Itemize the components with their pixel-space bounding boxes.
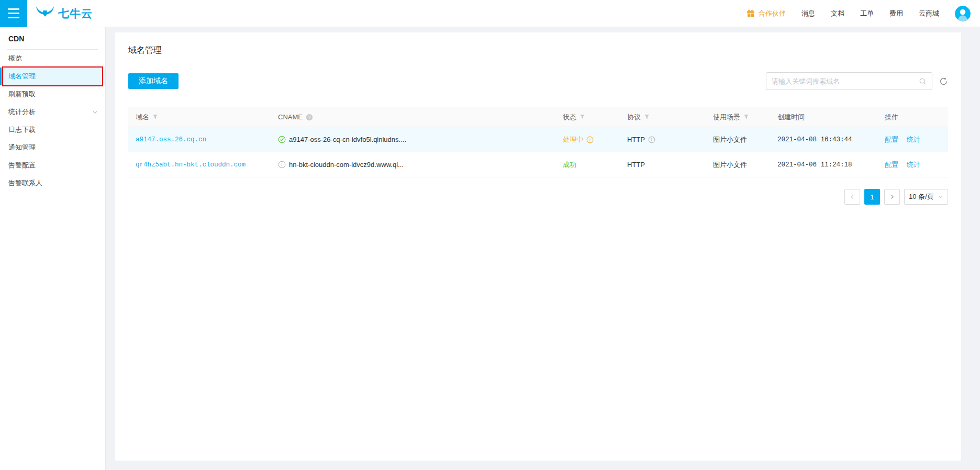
toolbar-right: [766, 72, 948, 90]
sidebar: CDN 概览 域名管理 刷新预取 统计分析 日志下载 通知管理 告警配置 告警联…: [0, 27, 106, 470]
status-badge: 成功: [563, 160, 576, 170]
add-domain-button[interactable]: 添加域名: [128, 73, 179, 89]
cname-cell: a9147-oss-26-cq-cn-idvfo5l.qiniudns....: [271, 136, 555, 143]
actions-cell: 配置 统计: [877, 160, 948, 170]
col-domain: 域名: [128, 113, 271, 122]
status-cell: 处理中 ?: [555, 135, 620, 144]
chevron-down-icon: [92, 109, 98, 115]
search-box: [766, 72, 932, 90]
sidebar-item-notification-management[interactable]: 通知管理: [0, 139, 105, 156]
domain-link[interactable]: a9147.oss.26.cq.cn: [136, 136, 206, 143]
table-row: qr4hz5abt.hn-bkt.clouddn.com hn-bkt-clou…: [128, 152, 948, 177]
check-circle-icon: [278, 136, 286, 143]
current-page-button[interactable]: 1: [864, 189, 880, 205]
col-created-at: 创建时间: [770, 113, 877, 122]
col-cname: CNAME ?: [271, 113, 555, 121]
col-actions: 操作: [877, 113, 948, 122]
table-header-row: 域名 CNAME ? 状态: [128, 107, 948, 127]
page-size-value: 10 条/页: [909, 192, 934, 202]
page-size-select[interactable]: 10 条/页: [904, 189, 948, 205]
nav-messages[interactable]: 消息: [801, 9, 815, 18]
sidebar-menu: 概览 域名管理 刷新预取 统计分析 日志下载 通知管理 告警配置 告警联系人: [0, 50, 105, 192]
domain-cell: a9147.oss.26.cq.cn: [128, 136, 271, 143]
cname-value: a9147-oss-26-cq-cn-idvfo5l.qiniudns....: [289, 136, 406, 143]
filter-icon[interactable]: [580, 114, 585, 120]
top-nav: 合作伙伴 消息 文档 工单 费用 云商城: [747, 6, 980, 21]
filter-icon[interactable]: [644, 114, 650, 120]
cname-cell: hn-bkt-clouddn-com-idvcz9d.www.qi...: [271, 161, 555, 169]
top-header: 七牛云 合作伙伴 消息 文档 工单 费用 云商城: [0, 0, 980, 27]
brand-name: 七牛云: [58, 6, 93, 21]
main-content: 域名管理 添加域名: [106, 27, 980, 470]
nav-billing[interactable]: 费用: [889, 9, 903, 18]
prev-page-button[interactable]: [844, 189, 860, 205]
user-avatar[interactable]: [955, 6, 971, 21]
question-circle-icon[interactable]: ?: [586, 136, 594, 143]
cname-value: hn-bkt-clouddn-com-idvcz9d.www.qi...: [289, 161, 404, 169]
search-icon[interactable]: [919, 77, 927, 85]
sidebar-item-statistics[interactable]: 统计分析: [0, 103, 105, 121]
hamburger-menu-icon[interactable]: [0, 0, 27, 27]
sidebar-item-alert-config[interactable]: 告警配置: [0, 156, 105, 174]
nav-docs[interactable]: 文档: [831, 9, 844, 18]
status-cell: 成功: [555, 160, 620, 170]
search-input[interactable]: [772, 77, 919, 85]
domain-cell: qr4hz5abt.hn-bkt.clouddn.com: [128, 161, 271, 169]
chevron-left-icon: [850, 194, 855, 199]
actions-cell: 配置 统计: [877, 135, 948, 144]
sidebar-item-overview[interactable]: 概览: [0, 50, 105, 68]
sidebar-item-log-download[interactable]: 日志下载: [0, 121, 105, 139]
sidebar-item-refresh-prefetch[interactable]: 刷新预取: [0, 85, 105, 103]
configure-link[interactable]: 配置: [885, 160, 898, 170]
next-page-button[interactable]: [884, 189, 900, 205]
pagination: 1 10 条/页: [128, 189, 948, 205]
content-card: 域名管理 添加域名: [115, 32, 961, 461]
help-circle-icon[interactable]: ?: [306, 114, 313, 121]
domain-link[interactable]: qr4hz5abt.hn-bkt.clouddn.com: [136, 161, 246, 169]
chevron-right-icon: [889, 194, 895, 199]
chevron-down-icon: [938, 194, 943, 199]
status-badge: 处理中: [563, 135, 583, 144]
protocol-cell: HTTP: [620, 136, 706, 143]
sidebar-section-title: CDN: [0, 32, 105, 45]
col-protocol: 协议: [620, 113, 706, 122]
statistics-link[interactable]: 统计: [907, 135, 920, 144]
svg-text:?: ?: [308, 114, 311, 119]
page-title: 域名管理: [128, 45, 948, 56]
nav-cloud-market[interactable]: 云商城: [919, 9, 939, 18]
scenario-cell: 图片小文件: [706, 135, 770, 144]
gift-icon: [747, 9, 755, 18]
created-at-cell: 2021-04-06 11:24:18: [770, 161, 877, 169]
configure-link[interactable]: 配置: [885, 135, 898, 144]
info-circle-icon[interactable]: [648, 136, 655, 143]
sidebar-item-domain-management[interactable]: 域名管理: [0, 68, 105, 85]
protocol-value: HTTP: [627, 136, 645, 143]
bull-logo-icon: [35, 5, 55, 21]
statistics-link[interactable]: 统计: [907, 160, 920, 170]
sidebar-item-alert-contacts[interactable]: 告警联系人: [0, 174, 105, 192]
toolbar: 添加域名: [128, 72, 948, 90]
filter-icon[interactable]: [152, 114, 158, 120]
col-status: 状态: [555, 113, 620, 122]
protocol-cell: HTTP: [620, 161, 706, 169]
info-circle-icon[interactable]: [278, 161, 286, 169]
svg-text:?: ?: [589, 137, 592, 142]
nav-partner[interactable]: 合作伙伴: [747, 9, 786, 18]
col-scenario: 使用场景: [706, 113, 770, 122]
filter-icon[interactable]: [743, 114, 749, 120]
domain-table: 域名 CNAME ? 状态: [128, 107, 948, 177]
refresh-icon[interactable]: [939, 77, 948, 86]
nav-tickets[interactable]: 工单: [860, 9, 874, 18]
scenario-cell: 图片小文件: [706, 160, 770, 170]
created-at-cell: 2021-04-08 16:43:44: [770, 136, 877, 143]
brand-logo[interactable]: 七牛云: [35, 5, 93, 21]
table-row: a9147.oss.26.cq.cn a9147-oss-26-cq-cn-id…: [128, 127, 948, 152]
